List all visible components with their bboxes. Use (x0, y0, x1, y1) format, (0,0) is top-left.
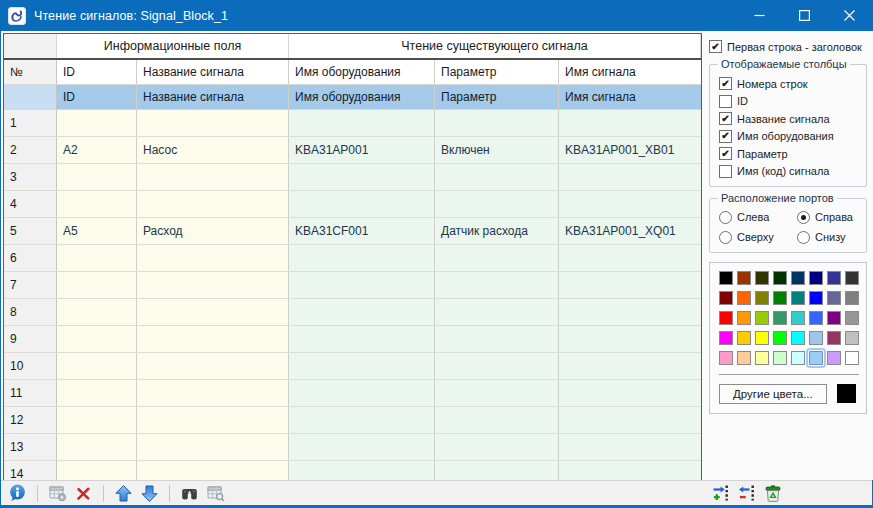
port-position-option[interactable]: Сверху (719, 231, 795, 244)
table-cell[interactable] (289, 461, 435, 481)
table-cell[interactable] (137, 191, 289, 217)
table-cell[interactable] (435, 353, 559, 379)
table-cell[interactable] (435, 245, 559, 271)
color-swatch[interactable] (827, 271, 841, 285)
table-cell[interactable] (137, 299, 289, 325)
color-swatch[interactable] (755, 291, 769, 305)
table-cell[interactable] (57, 164, 137, 190)
color-swatch[interactable] (827, 331, 841, 345)
port-position-radio[interactable] (719, 231, 732, 244)
color-swatch[interactable] (791, 291, 805, 305)
color-swatch[interactable] (809, 331, 823, 345)
color-swatch[interactable] (791, 271, 805, 285)
table-cell[interactable] (559, 326, 701, 352)
color-swatch[interactable] (737, 271, 751, 285)
table-cell[interactable] (435, 191, 559, 217)
column-visibility-checkbox[interactable] (719, 77, 732, 90)
table-cell[interactable] (559, 299, 701, 325)
move-up-icon[interactable] (114, 484, 133, 503)
row-number-cell[interactable]: 12 (4, 407, 57, 433)
port-position-option[interactable]: Слева (719, 211, 795, 224)
color-swatch[interactable] (791, 351, 805, 365)
selected-header-cell[interactable]: Название сигнала (137, 85, 289, 109)
table-cell[interactable]: Насос (137, 137, 289, 163)
selected-row-number-cell[interactable] (4, 85, 57, 109)
column-visibility-checkbox[interactable] (719, 147, 732, 160)
table-cell[interactable] (57, 272, 137, 298)
table-settings-icon[interactable] (48, 484, 67, 503)
row-number-cell[interactable]: 1 (4, 110, 57, 136)
color-swatch[interactable] (737, 351, 751, 365)
table-cell[interactable] (57, 353, 137, 379)
info-icon[interactable] (8, 484, 27, 503)
color-swatch[interactable] (827, 311, 841, 325)
table-cell[interactable] (137, 110, 289, 136)
table-cell[interactable] (57, 245, 137, 271)
find-icon[interactable] (180, 484, 199, 503)
column-header-cell[interactable]: Имя сигнала (559, 60, 701, 84)
table-cell[interactable]: A2 (57, 137, 137, 163)
table-cell[interactable] (289, 110, 435, 136)
table-cell[interactable] (57, 326, 137, 352)
column-header-cell[interactable]: ID (57, 60, 137, 84)
first-row-header-checkbox[interactable] (709, 40, 722, 53)
table-cell[interactable] (289, 272, 435, 298)
table-cell[interactable] (559, 461, 701, 481)
table-cell[interactable] (57, 191, 137, 217)
color-swatch[interactable] (755, 331, 769, 345)
table-cell[interactable]: Включен (435, 137, 559, 163)
color-swatch[interactable] (827, 291, 841, 305)
row-number-cell[interactable]: 4 (4, 191, 57, 217)
table-cell[interactable] (435, 164, 559, 190)
column-visibility-option[interactable]: Номера строк (719, 77, 858, 90)
selected-header-cell[interactable]: ID (57, 85, 137, 109)
table-cell[interactable] (57, 434, 137, 460)
color-swatch[interactable] (845, 331, 859, 345)
add-port-icon[interactable] (711, 484, 730, 503)
column-visibility-option[interactable]: Имя (код) сигнала (719, 165, 858, 178)
table-cell[interactable] (559, 353, 701, 379)
table-cell[interactable] (57, 110, 137, 136)
move-down-icon[interactable] (140, 484, 159, 503)
table-cell[interactable]: A5 (57, 218, 137, 244)
color-swatch[interactable] (773, 351, 787, 365)
table-cell[interactable]: KBA31AP001_XQ01 (559, 218, 701, 244)
table-cell[interactable] (435, 299, 559, 325)
table-cell[interactable] (289, 164, 435, 190)
port-position-radio[interactable] (719, 211, 732, 224)
table-cell[interactable]: Датчик расхода (435, 218, 559, 244)
table-cell[interactable] (289, 191, 435, 217)
table-search-icon[interactable] (206, 484, 225, 503)
color-swatch[interactable] (719, 351, 733, 365)
color-swatch[interactable] (809, 351, 823, 365)
color-swatch[interactable] (737, 331, 751, 345)
table-cell[interactable] (559, 164, 701, 190)
table-cell[interactable] (137, 245, 289, 271)
column-visibility-option[interactable]: Имя оборудования (719, 130, 858, 143)
row-number-cell[interactable]: 11 (4, 380, 57, 406)
table-cell[interactable] (289, 326, 435, 352)
row-number-cell[interactable]: 2 (4, 137, 57, 163)
row-number-cell[interactable]: 8 (4, 299, 57, 325)
color-swatch[interactable] (845, 351, 859, 365)
table-cell[interactable] (435, 272, 559, 298)
close-button[interactable] (827, 0, 872, 31)
first-row-header-option[interactable]: Первая строка - заголовок (709, 40, 869, 53)
color-swatch[interactable] (791, 331, 805, 345)
table-cell[interactable] (57, 299, 137, 325)
selected-header-cell[interactable]: Имя сигнала (559, 85, 701, 109)
row-number-cell[interactable]: 6 (4, 245, 57, 271)
port-position-radio[interactable] (797, 211, 810, 224)
color-swatch[interactable] (809, 271, 823, 285)
color-swatch[interactable] (755, 311, 769, 325)
table-cell[interactable]: Расход (137, 218, 289, 244)
row-number-cell[interactable]: 9 (4, 326, 57, 352)
color-swatch[interactable] (791, 311, 805, 325)
selected-header-cell[interactable]: Параметр (435, 85, 559, 109)
color-swatch[interactable] (773, 271, 787, 285)
row-number-cell[interactable]: 13 (4, 434, 57, 460)
column-visibility-checkbox[interactable] (719, 130, 732, 143)
table-cell[interactable] (137, 353, 289, 379)
color-swatch[interactable] (737, 291, 751, 305)
column-visibility-option[interactable]: Название сигнала (719, 112, 858, 125)
